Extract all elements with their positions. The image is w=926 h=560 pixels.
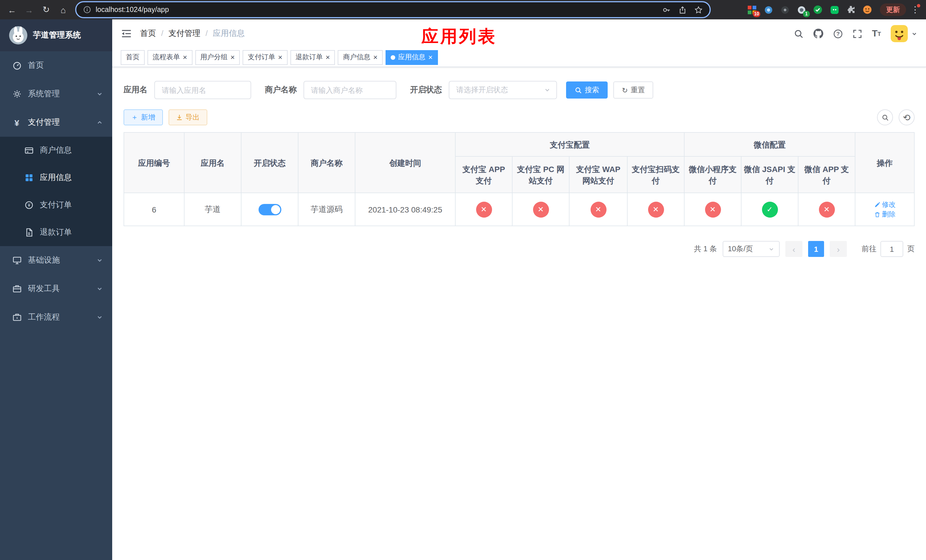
- app-name-input[interactable]: [154, 81, 251, 99]
- close-icon[interactable]: ×: [230, 53, 235, 61]
- browser-update-button[interactable]: 更新: [880, 3, 906, 16]
- sidebar-item-dev-tools[interactable]: 研发工具: [0, 275, 112, 303]
- tags-view: 首页 流程表单 × 用户分组 × 支付订单 × 退款订单 ×: [112, 48, 926, 67]
- prev-page-button[interactable]: ‹: [785, 241, 802, 257]
- share-icon[interactable]: [678, 5, 687, 14]
- browser-menu-icon[interactable]: ⋮: [910, 5, 920, 15]
- page-number-1[interactable]: 1: [808, 241, 824, 257]
- toggle-search-button[interactable]: [877, 109, 893, 125]
- add-button[interactable]: ＋ 新增: [124, 109, 163, 125]
- chevron-down-icon: [96, 257, 103, 264]
- sidebar-item-infrastructure[interactable]: 基础设施: [0, 246, 112, 275]
- app-window: 芋道管理系统 首页 系统管理: [0, 20, 926, 560]
- cell-alipay-wap-status: ✕: [569, 193, 627, 226]
- refresh-table-button[interactable]: ⟲: [899, 109, 915, 125]
- tab-process-form[interactable]: 流程表单 ×: [147, 50, 192, 65]
- app-logo[interactable]: 芋道管理系统: [0, 20, 112, 51]
- tab-merchant-info[interactable]: 商户信息 ×: [338, 50, 383, 65]
- browser-reload-icon[interactable]: ↻: [39, 2, 53, 17]
- bookmark-star-icon[interactable]: [694, 5, 703, 14]
- browser-forward-icon[interactable]: →: [22, 2, 36, 17]
- search-button[interactable]: 搜索: [566, 82, 608, 98]
- close-icon[interactable]: ×: [278, 53, 282, 61]
- chevron-down-icon: [768, 246, 775, 252]
- extensions-puzzle-icon[interactable]: [844, 3, 857, 16]
- sidebar-item-payment[interactable]: ¥ 支付管理: [0, 108, 112, 137]
- tab-home[interactable]: 首页: [121, 50, 145, 65]
- cell-alipay-qr-status: ✕: [627, 193, 684, 226]
- close-icon[interactable]: ×: [428, 53, 433, 61]
- sidebar-item-system[interactable]: 系统管理: [0, 80, 112, 108]
- extension-dark-icon[interactable]: [779, 3, 791, 16]
- header-search-icon[interactable]: [794, 29, 803, 38]
- merchant-name-label: 商户名称: [265, 85, 297, 95]
- cell-app-name: 芋道: [184, 193, 241, 226]
- col-app-id: 应用编号: [124, 132, 184, 193]
- col-alipay-wap: 支付宝 WAP 网站支付: [569, 156, 627, 193]
- merchant-name-input[interactable]: [304, 81, 396, 99]
- extension-face-icon[interactable]: [861, 3, 874, 16]
- extension-blue-icon[interactable]: [762, 3, 775, 16]
- chevron-down-icon: [96, 285, 103, 292]
- tab-app-info[interactable]: 应用信息 ×: [386, 50, 438, 65]
- export-button[interactable]: 导出: [168, 109, 207, 125]
- site-info-icon[interactable]: [83, 6, 91, 14]
- page-content: 应用名 商户名称 开启状态 请选择开启状态 搜索: [112, 67, 926, 560]
- caret-down-icon: [911, 30, 917, 37]
- app-table: 应用编号 应用名 开启状态 商户名称 创建时间 支付宝配置 微信配置 操作 支付…: [124, 132, 915, 226]
- cell-status: [241, 193, 298, 226]
- goto-page-input[interactable]: [881, 241, 903, 257]
- status-icon: ✕: [648, 201, 664, 217]
- extension-chat-icon[interactable]: [828, 3, 841, 16]
- help-icon[interactable]: ?: [833, 29, 843, 38]
- browser-home-icon[interactable]: ⌂: [56, 2, 71, 17]
- sidebar-item-app-info[interactable]: 应用信息: [0, 164, 112, 191]
- tab-pay-order[interactable]: 支付订单 ×: [243, 50, 287, 65]
- app-title: 芋道管理系统: [33, 30, 81, 41]
- github-icon[interactable]: [813, 29, 823, 39]
- col-actions: 操作: [855, 132, 914, 193]
- close-icon[interactable]: ×: [183, 53, 187, 61]
- reset-button[interactable]: ↻ 重置: [613, 82, 654, 98]
- breadcrumb-home[interactable]: 首页: [140, 29, 156, 39]
- extension-check-icon[interactable]: [811, 3, 824, 16]
- edit-button[interactable]: 修改: [874, 200, 896, 209]
- close-icon[interactable]: ×: [326, 53, 330, 61]
- screen: ← → ↻ ⌂ localhost:1024/pay/app: [0, 0, 926, 560]
- sidebar-item-refund-order[interactable]: 退款订单: [0, 219, 112, 246]
- next-page-button[interactable]: ›: [830, 241, 847, 257]
- tab-refund-order[interactable]: 退款订单 ×: [291, 50, 335, 65]
- payment-submenu: 商户信息 应用信息 ¥: [0, 137, 112, 246]
- extension-grid-icon[interactable]: 10: [746, 3, 758, 16]
- password-key-icon[interactable]: [662, 5, 671, 14]
- sidebar-item-home[interactable]: 首页: [0, 51, 112, 80]
- breadcrumb-payment[interactable]: 支付管理: [156, 29, 200, 39]
- page-size-select[interactable]: 10条/页: [723, 241, 780, 257]
- page-unit-label: 页: [907, 244, 915, 254]
- col-app-name: 应用名: [184, 132, 241, 193]
- fullscreen-icon[interactable]: [853, 29, 862, 38]
- pay-order-icon: ¥: [24, 200, 33, 210]
- user-menu[interactable]: [891, 25, 917, 42]
- cell-wechat-jsapi-status: ✓: [741, 193, 798, 226]
- col-wechat-app: 微信 APP 支付: [798, 156, 855, 193]
- close-icon[interactable]: ×: [373, 53, 378, 61]
- sidebar-item-merchant-info[interactable]: 商户信息: [0, 137, 112, 164]
- col-alipay-qr: 支付宝扫码支付: [627, 156, 684, 193]
- sidebar-item-pay-order[interactable]: ¥ 支付订单: [0, 191, 112, 219]
- extension-badged-icon[interactable]: 1: [795, 3, 808, 16]
- sidebar-item-workflow[interactable]: 工作流程: [0, 303, 112, 331]
- extension-badge: 10: [753, 11, 760, 17]
- tab-user-group[interactable]: 用户分组 ×: [195, 50, 240, 65]
- font-size-icon[interactable]: TT: [872, 29, 881, 39]
- delete-button[interactable]: 删除: [874, 209, 896, 219]
- chevron-down-icon: [96, 314, 103, 321]
- page-title: 应用列表: [421, 25, 496, 48]
- browser-back-icon[interactable]: ←: [5, 2, 20, 17]
- main-area: 首页 支付管理 应用信息: [112, 20, 926, 560]
- col-alipay-app: 支付宝 APP 支付: [455, 156, 512, 193]
- status-select[interactable]: 请选择开启状态: [449, 81, 557, 99]
- enabled-switch[interactable]: [258, 204, 281, 215]
- url-bar[interactable]: localhost:1024/pay/app: [76, 2, 710, 17]
- sidebar-toggle-icon[interactable]: [121, 28, 132, 39]
